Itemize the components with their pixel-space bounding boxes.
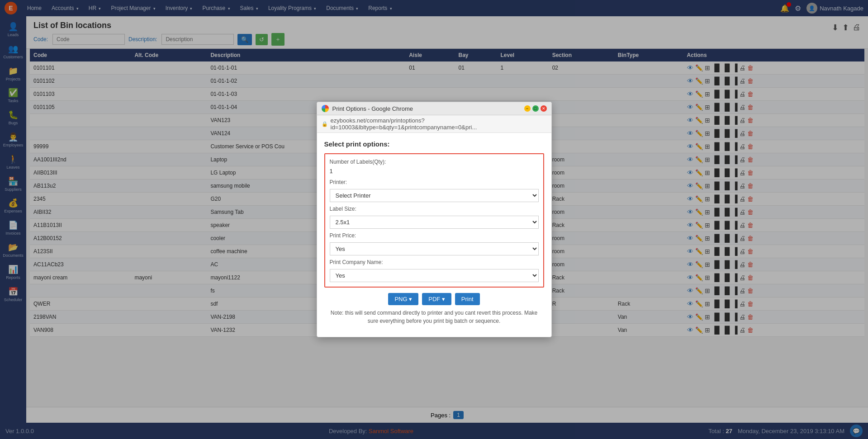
print-company-label: Print Company Name: bbox=[330, 259, 539, 265]
modal-url-bar: 🔒 ezybooks.net/comman/printoptions?id=10… bbox=[317, 115, 551, 133]
chrome-icon bbox=[322, 105, 329, 112]
print-price-label: Print Price: bbox=[330, 232, 539, 239]
print-button[interactable]: Print bbox=[455, 293, 480, 305]
label-size-label: Label Size: bbox=[330, 206, 539, 212]
modal-actions: PNG ▾ PDF ▾ Print bbox=[324, 293, 544, 305]
png-button[interactable]: PNG ▾ bbox=[388, 293, 418, 305]
label-size-select[interactable]: 2.5x1 bbox=[330, 216, 539, 229]
print-options-modal: Print Options - Google Chrome − □ ✕ 🔒 ez… bbox=[317, 102, 552, 337]
print-price-select[interactable]: Yes bbox=[330, 242, 539, 255]
print-company-select[interactable]: Yes bbox=[330, 269, 539, 282]
modal-title: Print Options - Google Chrome bbox=[332, 105, 413, 112]
qty-label2: Printer: bbox=[330, 179, 539, 185]
qty-field-group: Number of Labels(Qty): 1 Printer: Select… bbox=[324, 153, 544, 288]
modal-body: Select print options: Number of Labels(Q… bbox=[317, 133, 551, 337]
modal-overlay: Print Options - Google Chrome − □ ✕ 🔒 ez… bbox=[0, 0, 868, 439]
modal-note: Note: this will send command directly to… bbox=[324, 309, 544, 330]
qty-label: Number of Labels(Qty): bbox=[330, 159, 539, 165]
modal-heading: Select print options: bbox=[324, 140, 544, 148]
modal-close-button[interactable]: ✕ bbox=[541, 105, 547, 112]
pdf-button[interactable]: PDF ▾ bbox=[422, 293, 451, 305]
modal-minimize-button[interactable]: − bbox=[524, 105, 531, 112]
modal-titlebar: Print Options - Google Chrome − □ ✕ bbox=[317, 102, 551, 115]
qty-value: 1 bbox=[330, 167, 539, 175]
modal-url-text: ezybooks.net/comman/printoptions?id=1000… bbox=[331, 117, 547, 131]
printer-select[interactable]: Select Printer bbox=[330, 189, 539, 202]
lock-icon: 🔒 bbox=[322, 121, 328, 127]
modal-maximize-button[interactable]: □ bbox=[532, 105, 539, 112]
